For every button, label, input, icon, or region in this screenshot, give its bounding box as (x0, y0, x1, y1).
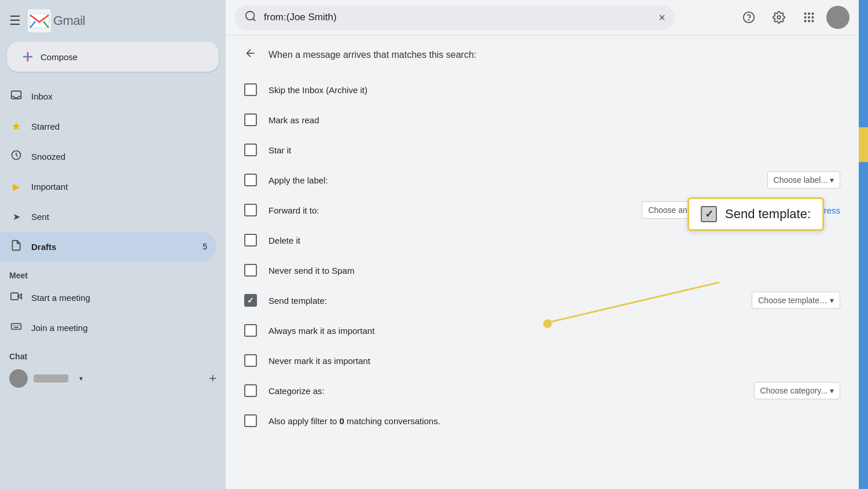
star-it-checkbox[interactable] (244, 144, 257, 156)
back-icon[interactable] (244, 47, 257, 63)
forward-checkbox[interactable] (244, 204, 257, 216)
skip-inbox-label: Skip the Inbox (Archive it) (269, 85, 840, 95)
mark-read-label: Mark as read (269, 115, 840, 125)
svg-rect-29 (812, 20, 814, 23)
starred-label: Starred (31, 122, 207, 131)
gmail-logo-icon (28, 9, 51, 32)
svg-marker-8 (18, 293, 21, 298)
categorize-text: Categorize as: (269, 386, 742, 396)
video-icon (9, 291, 23, 305)
always-important-label: Always mark it as important (269, 326, 840, 336)
categorize-dropdown[interactable]: Choose category... ▾ (754, 382, 840, 399)
inbox-icon (9, 89, 23, 104)
nav-starred[interactable]: ★ Starred (0, 111, 216, 141)
sidebar: ☰ Gmail Compose (0, 0, 226, 489)
search-clear-icon[interactable]: × (659, 11, 665, 24)
nav-drafts[interactable]: Drafts 5 (0, 231, 216, 262)
gmail-logo: Gmail (28, 9, 85, 32)
sent-icon: ➤ (9, 211, 23, 222)
annotation-box: Send template: (687, 197, 824, 231)
sent-label: Sent (31, 212, 207, 222)
categorize-checkbox[interactable] (244, 384, 257, 397)
search-input[interactable] (264, 12, 652, 23)
filter-row-also-apply: Also apply filter to 0 matching conversa… (226, 406, 859, 436)
filter-row-categorize: Categorize as: Choose category... ▾ (226, 376, 859, 406)
filter-header-text: When a message arrives that matches this… (269, 50, 476, 60)
search-bar: × (235, 5, 675, 30)
clock-icon (9, 149, 23, 164)
filter-row-mark-read: Mark as read (226, 105, 859, 135)
svg-rect-25 (808, 16, 810, 19)
filter-row-apply-label: Apply the label: Choose label... ▾ (226, 165, 859, 195)
main-content: × (226, 0, 859, 489)
never-spam-checkbox[interactable] (244, 264, 257, 277)
annotation-label: Send template: (725, 207, 811, 222)
chat-add-icon[interactable]: + (209, 371, 216, 386)
nav-inbox[interactable]: Inbox (0, 81, 216, 111)
filter-row-always-important: Always mark it as important (226, 315, 859, 345)
chat-name (34, 374, 68, 383)
send-template-checkbox[interactable] (244, 294, 257, 307)
join-meeting-label: Join a meeting (31, 323, 207, 333)
never-important-checkbox[interactable] (244, 354, 257, 367)
svg-rect-27 (804, 20, 807, 23)
important-label: Important (31, 182, 207, 192)
chat-section-label: Chat (9, 352, 216, 361)
help-button[interactable] (736, 5, 762, 30)
settings-button[interactable] (766, 5, 792, 30)
chat-avatar (9, 369, 28, 388)
filter-row-send-template: Send template: Choose template… ▾ (226, 285, 859, 315)
filter-row-never-spam: Never send it to Spam (226, 255, 859, 285)
compose-label: Compose (41, 52, 78, 62)
gmail-wordmark: Gmail (53, 13, 85, 28)
svg-rect-22 (808, 13, 810, 15)
delete-label: Delete it (269, 236, 840, 245)
apply-label-checkbox[interactable] (244, 174, 257, 186)
filter-row-never-important: Never mark it as important (226, 345, 859, 376)
star-it-label: Star it (269, 145, 840, 155)
never-spam-label: Never send it to Spam (269, 266, 840, 275)
meet-section-label: Meet (0, 262, 226, 282)
svg-line-17 (253, 19, 255, 21)
forward-text: Forward it to: (269, 205, 630, 215)
drafts-badge: 5 (203, 242, 207, 251)
chat-dropdown-icon: ▾ (74, 374, 88, 383)
svg-rect-28 (808, 20, 810, 23)
keyboard-icon (9, 321, 23, 335)
hamburger-icon[interactable]: ☰ (9, 13, 21, 28)
drafts-label: Drafts (31, 242, 194, 252)
chat-section: Chat ▾ + (0, 343, 226, 394)
search-icon (244, 10, 257, 25)
filter-row-star-it: Star it (226, 135, 859, 165)
skip-inbox-checkbox[interactable] (244, 83, 257, 96)
filter-row-skip-inbox: Skip the Inbox (Archive it) (226, 75, 859, 105)
send-template-label: Send template: (269, 296, 740, 306)
user-avatar[interactable] (826, 6, 849, 29)
chat-item[interactable]: ▾ + (9, 366, 216, 391)
also-apply-label: Also apply filter to 0 matching conversa… (269, 416, 840, 426)
nav-important[interactable]: ▶ Important (0, 171, 216, 201)
compose-button[interactable]: Compose (7, 42, 219, 72)
apps-button[interactable] (796, 5, 822, 30)
drafts-icon (9, 240, 23, 254)
nav-join-meeting[interactable]: Join a meeting (0, 312, 216, 343)
nav-start-meeting[interactable]: Start a meeting (0, 282, 216, 312)
nav-snoozed[interactable]: Snoozed (0, 141, 216, 171)
mark-read-checkbox[interactable] (244, 113, 257, 126)
svg-rect-26 (812, 16, 814, 19)
svg-rect-23 (812, 13, 814, 15)
svg-rect-21 (804, 13, 807, 15)
filter-panel: When a message arrives that matches this… (226, 35, 859, 489)
also-apply-checkbox[interactable] (244, 414, 257, 427)
send-template-dropdown[interactable]: Choose template… ▾ (752, 292, 840, 309)
topbar: × (226, 0, 859, 35)
important-icon: ▶ (9, 181, 23, 192)
svg-rect-10 (12, 323, 21, 329)
nav-sent[interactable]: ➤ Sent (0, 201, 216, 231)
svg-point-16 (246, 11, 255, 20)
always-important-checkbox[interactable] (244, 324, 257, 337)
delete-checkbox[interactable] (244, 234, 257, 247)
compose-plus-icon (21, 50, 35, 64)
apply-label-dropdown[interactable]: Choose label... ▾ (767, 171, 840, 189)
svg-rect-9 (11, 293, 18, 300)
